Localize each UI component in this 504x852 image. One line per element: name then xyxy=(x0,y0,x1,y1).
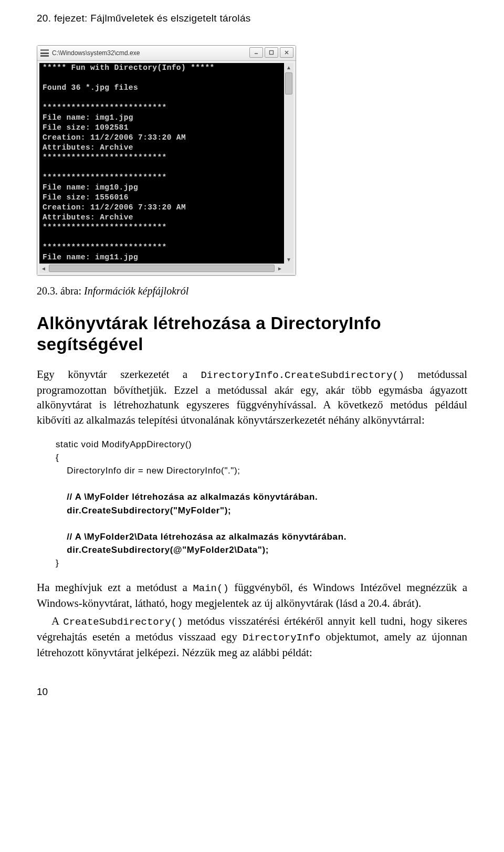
p3-code-1: CreateSubdirectory() xyxy=(63,616,183,628)
caption-text: Információk képfájlokról xyxy=(84,285,188,297)
paragraph-2: Ha meghívjuk ezt a metódust a Main() füg… xyxy=(37,580,467,611)
code-l4: // A \MyFolder létrehozása az alkalmazás… xyxy=(56,492,318,502)
vscroll-thumb[interactable] xyxy=(285,72,292,94)
p1-code-1: DirectoryInfo.CreateSubdirectory() xyxy=(201,370,404,381)
horizontal-scrollbar[interactable]: ◄ ► xyxy=(39,264,284,273)
code-block: static void ModifyAppDirectory() { Direc… xyxy=(56,438,467,570)
scroll-corner xyxy=(284,264,293,273)
code-l2: { xyxy=(56,453,59,462)
p2-code-1: Main() xyxy=(193,583,228,594)
code-l7: dir.CreateSubdirectory(@"MyFolder2\Data"… xyxy=(56,545,269,555)
p2-a: Ha meghívjuk ezt a metódust a xyxy=(37,581,193,594)
window-buttons xyxy=(249,47,293,58)
cmd-icon xyxy=(40,49,49,57)
maximize-button[interactable] xyxy=(265,47,278,58)
code-l5: dir.CreateSubdirectory("MyFolder"); xyxy=(56,506,231,516)
p3-a: A xyxy=(51,615,63,627)
hscroll-thumb[interactable] xyxy=(49,265,275,272)
code-l1: static void ModifyAppDirectory() xyxy=(56,439,192,449)
svg-rect-1 xyxy=(270,51,274,55)
caption-label: 20.3. ábra: xyxy=(37,285,81,297)
code-l8: } xyxy=(56,558,59,568)
cmd-title-path: C:\Windows\system32\cmd.exe xyxy=(52,49,140,57)
code-l3: DirectoryInfo dir = new DirectoryInfo(".… xyxy=(56,466,240,476)
page-number: 10 xyxy=(37,686,467,698)
paragraph-3: A CreateSubdirectory() metódus visszatér… xyxy=(37,614,467,660)
section-heading: Alkönyvtárak létrehozása a DirectoryInfo… xyxy=(37,313,467,354)
close-button[interactable] xyxy=(280,47,293,58)
console-output: ***** Fun with Directory(Info) ***** Fou… xyxy=(43,63,284,264)
p3-code-2: DirectoryInfo xyxy=(243,632,320,644)
p1-a: Egy könyvtár szerkezetét a xyxy=(37,368,201,381)
figure-caption: 20.3. ábra: Információk képfájlokról xyxy=(37,285,467,297)
console-body: ***** Fun with Directory(Info) ***** Fou… xyxy=(39,63,293,273)
console-wrap: ***** Fun with Directory(Info) ***** Fou… xyxy=(37,61,296,275)
scroll-left-icon[interactable]: ◄ xyxy=(39,264,48,272)
scroll-up-icon[interactable]: ▲ xyxy=(285,63,293,71)
minimize-button[interactable] xyxy=(249,47,263,58)
running-head: 20. fejezet: Fájlműveletek és elszigetel… xyxy=(37,0,467,24)
vertical-scrollbar[interactable]: ▲ ▼ xyxy=(284,63,293,264)
code-l6: // A \MyFolder2\Data létrehozása az alka… xyxy=(56,532,346,542)
cmd-window: C:\Windows\system32\cmd.exe ***** Fun wi… xyxy=(37,45,296,276)
scroll-right-icon[interactable]: ► xyxy=(276,264,284,272)
scroll-down-icon[interactable]: ▼ xyxy=(285,255,293,264)
cmd-titlebar: C:\Windows\system32\cmd.exe xyxy=(37,46,296,61)
paragraph-1: Egy könyvtár szerkezetét a DirectoryInfo… xyxy=(37,367,467,427)
